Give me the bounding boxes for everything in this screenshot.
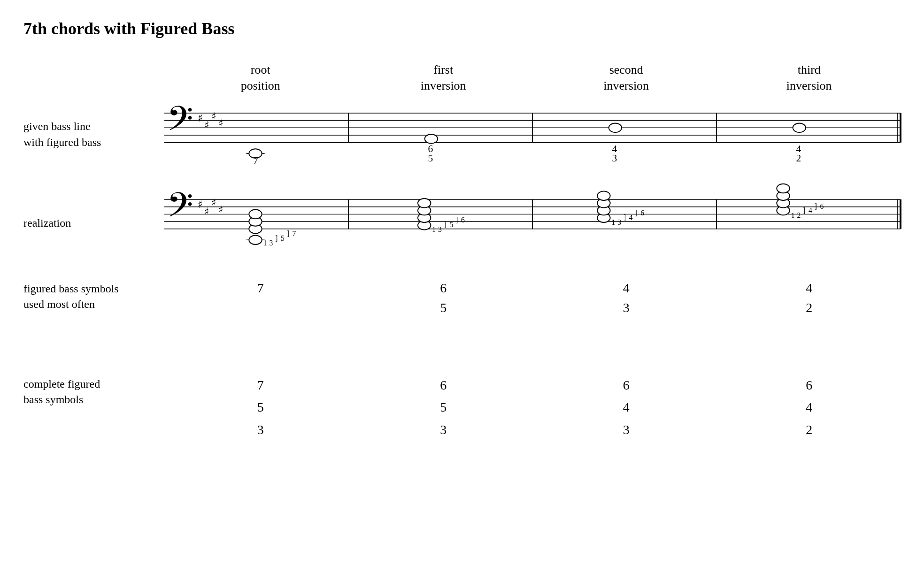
svg-text:3: 3 bbox=[438, 225, 442, 233]
complete-fb-third: 642 bbox=[718, 374, 901, 441]
svg-text:1: 1 bbox=[612, 218, 616, 226]
svg-text:]: ] bbox=[287, 229, 289, 237]
svg-point-24 bbox=[793, 123, 806, 132]
svg-text:7: 7 bbox=[292, 229, 296, 237]
figured-bass-section: figured bass symbolsused most often 7 65… bbox=[23, 276, 901, 318]
svg-text:2: 2 bbox=[796, 152, 801, 163]
svg-text:4: 4 bbox=[808, 206, 812, 214]
fb-first: 65 bbox=[352, 276, 535, 318]
svg-text:6: 6 bbox=[820, 202, 824, 210]
svg-text:]: ] bbox=[815, 202, 817, 210]
complete-fb-root: 753 bbox=[169, 374, 352, 441]
complete-figured-bass-section: complete figuredbass symbols 753 653 643… bbox=[23, 374, 901, 441]
page-title: 7th chords with Figured Bass bbox=[23, 19, 901, 38]
svg-text:]: ] bbox=[275, 234, 277, 242]
svg-point-18 bbox=[425, 134, 438, 144]
svg-text:7: 7 bbox=[253, 154, 258, 166]
realization-label: realization bbox=[23, 215, 164, 231]
figured-bass-label: figured bass symbolsused most often bbox=[23, 276, 169, 318]
svg-text:♯: ♯ bbox=[218, 204, 223, 215]
fb-third: 42 bbox=[718, 276, 901, 318]
header-second: secondinversion bbox=[535, 62, 718, 94]
svg-text:5: 5 bbox=[450, 220, 454, 228]
svg-point-43 bbox=[249, 235, 262, 245]
header-third: thirdinversion bbox=[718, 62, 901, 94]
svg-text:]: ] bbox=[803, 206, 805, 214]
svg-text:♯: ♯ bbox=[198, 112, 203, 123]
figured-bass-grid: 7 65 43 42 bbox=[169, 276, 901, 318]
complete-fb-first: 653 bbox=[352, 374, 535, 441]
realization-row: realization 𝄢 ♯ ♯ ♯ ♯ bbox=[23, 190, 901, 257]
bass-line-staff: 𝄢 ♯ ♯ ♯ ♯ 7 6 5 bbox=[164, 103, 901, 166]
bass-line-row: given bass linewith figured bass 𝄢 ♯ ♯ ♯… bbox=[23, 103, 901, 166]
svg-text:4: 4 bbox=[629, 214, 633, 222]
fb-second: 43 bbox=[535, 276, 718, 318]
complete-fb-second: 643 bbox=[535, 374, 718, 441]
svg-text:6: 6 bbox=[461, 216, 465, 224]
bass-line-svg: 𝄢 ♯ ♯ ♯ ♯ 7 6 5 bbox=[164, 103, 901, 164]
svg-text:]: ] bbox=[624, 214, 626, 222]
fb-root: 7 bbox=[169, 276, 352, 318]
svg-text:3: 3 bbox=[612, 152, 617, 163]
svg-text:♯: ♯ bbox=[218, 118, 223, 129]
svg-text:2: 2 bbox=[797, 211, 801, 219]
svg-text:♯: ♯ bbox=[211, 110, 216, 122]
header-root: rootposition bbox=[169, 62, 352, 94]
svg-text:♯: ♯ bbox=[204, 120, 209, 131]
svg-text:𝄢: 𝄢 bbox=[167, 186, 193, 232]
svg-text:♯: ♯ bbox=[198, 199, 203, 210]
svg-point-66 bbox=[597, 191, 610, 200]
header-first: firstinversion bbox=[352, 62, 535, 94]
svg-text:]: ] bbox=[635, 209, 638, 217]
svg-text:3: 3 bbox=[269, 239, 273, 247]
column-headers: rootposition firstinversion secondinvers… bbox=[23, 62, 901, 94]
complete-fb-label: complete figuredbass symbols bbox=[23, 374, 169, 441]
svg-text:5: 5 bbox=[428, 152, 433, 163]
svg-point-76 bbox=[777, 183, 789, 193]
svg-text:1: 1 bbox=[263, 239, 267, 247]
svg-text:1: 1 bbox=[791, 211, 795, 219]
svg-text:5: 5 bbox=[281, 234, 285, 242]
svg-text:𝄢: 𝄢 bbox=[167, 99, 193, 145]
svg-text:]: ] bbox=[444, 220, 447, 228]
svg-text:1: 1 bbox=[432, 225, 436, 233]
realization-svg: 𝄢 ♯ ♯ ♯ ♯ 1 3 ] bbox=[164, 190, 901, 255]
svg-text:3: 3 bbox=[617, 218, 621, 226]
svg-text:6: 6 bbox=[640, 209, 644, 217]
complete-fb-grid: 753 653 643 642 bbox=[169, 374, 901, 441]
realization-staff: 𝄢 ♯ ♯ ♯ ♯ 1 3 ] bbox=[164, 190, 901, 257]
svg-point-21 bbox=[609, 123, 622, 132]
svg-point-56 bbox=[418, 199, 431, 208]
svg-point-46 bbox=[249, 209, 262, 219]
svg-text:♯: ♯ bbox=[204, 206, 209, 217]
svg-text:]: ] bbox=[455, 216, 458, 224]
bass-line-label: given bass linewith figured bass bbox=[23, 119, 164, 150]
svg-text:♯: ♯ bbox=[211, 197, 216, 208]
